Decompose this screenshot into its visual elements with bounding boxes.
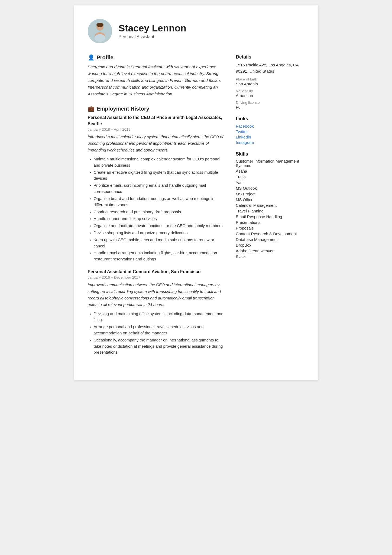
- nationality-label: Nationality: [236, 89, 304, 93]
- skill-item: Trello: [236, 175, 304, 179]
- skill-item: Database Management: [236, 237, 304, 242]
- job-dates-2: January 2016 – December 2017: [88, 275, 225, 279]
- svg-point-4: [95, 34, 105, 42]
- right-column: Details 1515 Pacific Ave, Los Angeles, C…: [236, 54, 304, 364]
- profile-section-title: 👤 Profile: [88, 54, 225, 61]
- skill-item: Content Research & Development: [236, 232, 304, 236]
- profile-icon: 👤: [88, 54, 95, 61]
- bullet-item: Organize and facilitate private function…: [94, 223, 225, 229]
- skill-item: MS Project: [236, 192, 304, 196]
- employment-icon: 💼: [88, 105, 95, 112]
- detail-address: 1515 Pacific Ave, Los Angeles, CA 90291,…: [236, 62, 304, 75]
- bullet-item: Maintain multidimensional complex calend…: [94, 156, 225, 169]
- place-of-birth-label: Place of birth: [236, 77, 304, 81]
- skill-item: Travel Planning: [236, 209, 304, 213]
- bullet-item: Handle travel arrangements including fli…: [94, 250, 225, 262]
- link-twitter[interactable]: Twitter: [236, 129, 304, 134]
- svg-point-2: [96, 23, 103, 27]
- place-of-birth-value: San Antonio: [236, 82, 304, 86]
- employment-section-title: 💼 Employment History: [88, 105, 225, 112]
- job-bullets-2: Devising and maintaining office systems,…: [88, 311, 225, 356]
- link-instagram[interactable]: Instagram: [236, 140, 304, 145]
- bullet-item: Arrange personal and professional travel…: [94, 324, 225, 336]
- bullet-item: Devise shopping lists and organize groce…: [94, 230, 225, 236]
- skill-item: Proposals: [236, 226, 304, 230]
- profile-section: 👤 Profile Energetic and dynamic Personal…: [88, 54, 225, 97]
- header-section: Stacey Lennon Personal Assistant: [88, 19, 304, 43]
- job-bullets-1: Maintain multidimensional complex calend…: [88, 156, 225, 262]
- links-section-title: Links: [236, 116, 304, 122]
- job-block-1: Personal Assistant to the CEO at Price &…: [88, 115, 225, 262]
- skill-item: Asana: [236, 169, 304, 173]
- link-facebook[interactable]: Facebook: [236, 124, 304, 128]
- bullet-item: Devising and maintaining office systems,…: [94, 311, 225, 323]
- bullet-item: Create an effective digitized filing sys…: [94, 169, 225, 182]
- job-dates-1: January 2018 – April 2019: [88, 127, 225, 131]
- skill-item: Yast: [236, 180, 304, 185]
- avatar: [88, 19, 112, 43]
- header-text: Stacey Lennon Personal Assistant: [119, 23, 186, 40]
- skill-item: MS Office: [236, 198, 304, 202]
- job-title-2: Personal Assistant at Concord Aviation, …: [88, 269, 225, 275]
- job-summary-2: Improved communication between the CEO a…: [88, 282, 225, 308]
- links-section: Links Facebook Twitter Linkedin Instagra…: [236, 116, 304, 145]
- bullet-item: Handle courier and pick up services: [94, 216, 225, 222]
- driving-license-label: Driving license: [236, 101, 304, 105]
- left-column: 👤 Profile Energetic and dynamic Personal…: [88, 54, 225, 364]
- skill-item: Adobe Dreamweaver: [236, 249, 304, 253]
- main-layout: 👤 Profile Energetic and dynamic Personal…: [88, 54, 304, 364]
- link-linkedin[interactable]: Linkedin: [236, 135, 304, 139]
- driving-license-value: Full: [236, 105, 304, 109]
- bullet-item: Prioritize emails, sort incoming emails …: [94, 182, 225, 195]
- skill-item: Slack: [236, 254, 304, 259]
- nationality-value: American: [236, 93, 304, 98]
- skill-item: Calendar Management: [236, 203, 304, 208]
- resume-container: Stacey Lennon Personal Assistant 👤 Profi…: [74, 5, 318, 380]
- skill-item: Customer Information Management Systems: [236, 159, 304, 168]
- profile-text: Energetic and dynamic Personal Assistant…: [88, 63, 225, 97]
- candidate-subtitle: Personal Assistant: [119, 34, 186, 39]
- details-section-title: Details: [236, 54, 304, 60]
- employment-section: 💼 Employment History Personal Assistant …: [88, 105, 225, 356]
- skill-item: Email Response Handling: [236, 215, 304, 219]
- skills-section-title: Skills: [236, 151, 304, 157]
- candidate-name: Stacey Lennon: [119, 23, 186, 34]
- skill-item: DropBox: [236, 243, 304, 247]
- skill-item: MS Outlook: [236, 186, 304, 191]
- details-section: Details 1515 Pacific Ave, Los Angeles, C…: [236, 54, 304, 109]
- job-block-2: Personal Assistant at Concord Aviation, …: [88, 269, 225, 356]
- bullet-item: Organize board and foundation meetings a…: [94, 196, 225, 208]
- bullet-item: Conduct research and preliminary draft p…: [94, 209, 225, 215]
- job-title-1: Personal Assistant to the CEO at Price &…: [88, 115, 225, 127]
- job-summary-1: Introduced a multi-calendar diary system…: [88, 134, 225, 153]
- bullet-item: Occasionally, accompany the manager on i…: [94, 337, 225, 356]
- bullet-item: Keep up with CEO mobile, tech and media …: [94, 237, 225, 249]
- skill-item: Presentations: [236, 220, 304, 225]
- skills-section: Skills Customer Information Management S…: [236, 151, 304, 259]
